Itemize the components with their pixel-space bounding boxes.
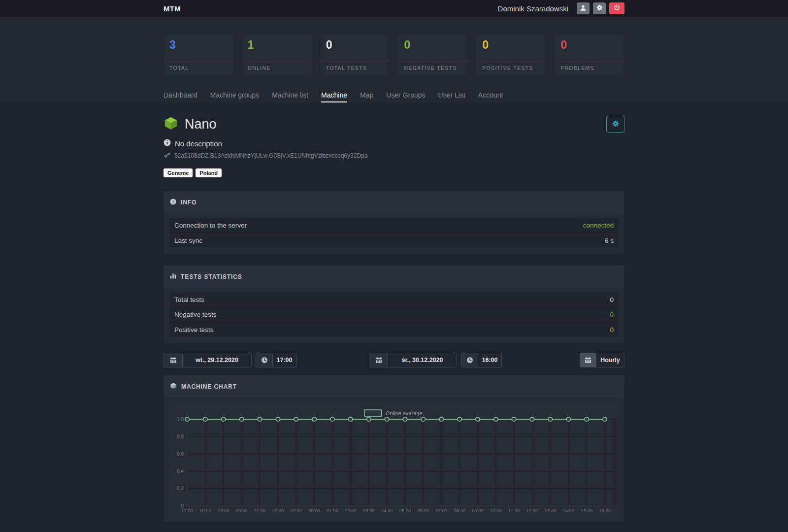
svg-text:0.4: 0.4 <box>177 468 184 474</box>
start-time-value: 17:00 <box>273 353 296 367</box>
info-row-connection: Connection to the server connected <box>169 218 619 233</box>
end-date-picker[interactable]: śr., 30.12.2020 <box>369 353 457 367</box>
svg-text:18:00: 18:00 <box>199 508 211 513</box>
svg-text:02:00: 02:00 <box>345 508 357 513</box>
stat-label: POSITIVE TESTS <box>476 61 546 75</box>
top-navbar: MTM Dominik Szaradowski <box>0 0 788 17</box>
settings-button[interactable] <box>593 2 606 14</box>
stat-label: TOTAL TESTS <box>320 61 390 75</box>
svg-text:20:00: 20:00 <box>236 508 248 513</box>
machine-name-title: Nano <box>185 117 217 132</box>
stat-card-negative-tests: 0 NEGATIVE TESTS <box>398 34 468 75</box>
svg-text:21:00: 21:00 <box>254 508 266 513</box>
interval-selector[interactable]: Hourly <box>580 353 624 367</box>
stat-card-positive-tests: 0 POSITIVE TESTS <box>476 34 546 75</box>
tests-statistics-panel: TESTS STATISTICS Total tests 0 Negative … <box>164 266 624 343</box>
stat-card-problems: 0 PROBLEMS <box>555 34 624 75</box>
svg-text:19:00: 19:00 <box>218 508 230 513</box>
stat-label: ONLINE <box>242 61 312 75</box>
stats-band: 3 TOTAL 1 ONLINE 0 TOTAL TESTS 0 NEGATIV… <box>0 17 788 102</box>
stat-label: TOTAL <box>164 61 233 75</box>
svg-text:11:00: 11:00 <box>508 508 520 513</box>
stat-label: PROBLEMS <box>555 61 624 75</box>
power-icon <box>613 4 621 13</box>
machine-key-hash: $2a$10$dDZ.B13AzldsMNhzYjULw.G0SjV.xE1UN… <box>174 152 367 159</box>
stat-card-total-tests: 0 TOTAL TESTS <box>320 34 390 75</box>
tab-machine-list[interactable]: Machine list <box>272 91 308 102</box>
machine-description: No description <box>175 139 222 148</box>
stat-value: 1 <box>242 34 312 52</box>
end-time-picker[interactable]: 16:00 <box>461 353 502 367</box>
svg-text:00:00: 00:00 <box>308 508 320 513</box>
tag-badge: Poland <box>196 168 222 177</box>
row-label: Positive tests <box>174 326 214 333</box>
svg-text:10:00: 10:00 <box>490 508 502 513</box>
tag-badge: Geneme <box>164 168 193 177</box>
stat-card-online: 1 ONLINE <box>242 34 312 75</box>
svg-text:06:00: 06:00 <box>417 508 429 513</box>
machine-settings-gear-icon <box>612 120 620 129</box>
start-date-picker[interactable]: wt., 29.12.2020 <box>164 353 252 367</box>
calendar-icon <box>164 353 183 367</box>
svg-text:07:00: 07:00 <box>435 508 447 513</box>
svg-text:09:00: 09:00 <box>472 508 484 513</box>
stats-panel-icon <box>170 273 176 281</box>
tab-map[interactable]: Map <box>360 91 373 102</box>
logout-button[interactable] <box>609 2 624 14</box>
row-label: Last sync <box>174 237 202 244</box>
row-value: 0 <box>610 326 614 333</box>
tab-account[interactable]: Account <box>478 91 503 102</box>
row-label: Negative tests <box>174 311 217 318</box>
tab-machine-groups[interactable]: Machine groups <box>210 91 260 102</box>
stat-value: 0 <box>398 34 468 52</box>
machine-chart-panel: MACHINE CHART Online average00.20.40.60.… <box>164 375 624 522</box>
tests-row-positive: Positive tests 0 <box>169 322 619 337</box>
svg-text:03:00: 03:00 <box>363 508 375 513</box>
date-range-filters: wt., 29.12.2020 17:00 <box>164 353 624 367</box>
tab-machine[interactable]: Machine <box>321 91 347 102</box>
tab-dashboard[interactable]: Dashboard <box>164 91 197 102</box>
gear-icon <box>596 4 603 13</box>
row-value: 0 <box>610 311 614 318</box>
svg-text:0.2: 0.2 <box>177 486 184 491</box>
svg-text:16:00: 16:00 <box>599 508 611 513</box>
navbar-right: Dominik Szaradowski <box>498 2 624 14</box>
info-panel: INFO Connection to the server connected … <box>164 191 624 254</box>
tests-row-negative: Negative tests 0 <box>169 307 619 322</box>
stat-cards: 3 TOTAL 1 ONLINE 0 TOTAL TESTS 0 NEGATIV… <box>164 17 624 75</box>
stat-value: 0 <box>555 34 624 52</box>
profile-button[interactable] <box>577 2 590 14</box>
tests-row-total: Total tests 0 <box>169 293 619 307</box>
svg-text:Online average: Online average <box>386 410 423 416</box>
svg-text:05:00: 05:00 <box>399 508 411 513</box>
info-row-last-sync: Last sync 6 s <box>169 233 619 248</box>
panel-title: INFO <box>181 199 197 206</box>
machine-chart: Online average00.20.40.60.81.017:0018:00… <box>168 402 620 522</box>
app-brand: MTM <box>164 4 181 13</box>
svg-text:14:00: 14:00 <box>562 508 574 513</box>
interval-value: Hourly <box>596 353 624 367</box>
current-user-name: Dominik Szaradowski <box>498 4 568 13</box>
svg-text:13:00: 13:00 <box>545 508 557 513</box>
svg-text:08:00: 08:00 <box>454 508 465 513</box>
svg-text:04:00: 04:00 <box>381 508 393 513</box>
tab-user-list[interactable]: User List <box>438 91 465 102</box>
stat-value: 3 <box>164 34 233 52</box>
stat-value: 0 <box>476 34 546 52</box>
key-icon <box>164 151 171 160</box>
row-value: 6 s <box>605 237 614 244</box>
user-icon <box>579 4 587 13</box>
row-label: Connection to the server <box>174 222 247 229</box>
row-value: connected <box>583 222 614 229</box>
tab-user-groups[interactable]: User Groups <box>386 91 425 102</box>
clock-icon <box>461 353 478 367</box>
machine-settings-button[interactable] <box>606 116 624 133</box>
calendar-interval-icon <box>580 353 596 367</box>
row-label: Total tests <box>174 296 204 303</box>
start-time-picker[interactable]: 17:00 <box>256 353 296 367</box>
panel-title: MACHINE CHART <box>181 383 237 390</box>
main-nav-tabs: Dashboard Machine groups Machine list Ma… <box>164 91 624 102</box>
svg-text:22:00: 22:00 <box>272 508 284 513</box>
svg-text:0.8: 0.8 <box>177 434 184 439</box>
panel-title: TESTS STATISTICS <box>181 273 242 280</box>
